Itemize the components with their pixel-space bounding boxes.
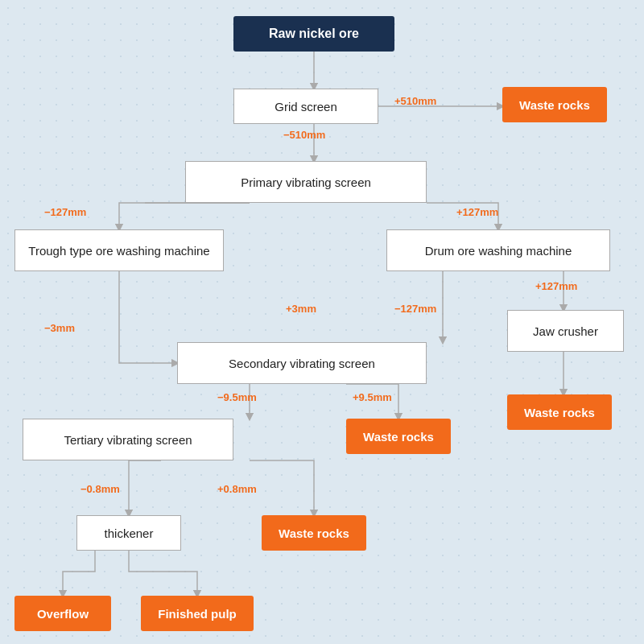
label-minus127-drum: −127mm: [394, 303, 436, 315]
drum-ore-label: Drum ore washing machine: [425, 244, 572, 258]
label-minus127: −127mm: [44, 206, 86, 218]
waste-rocks-3-node: Waste rocks: [507, 394, 612, 430]
waste-rocks-2-label: Waste rocks: [363, 430, 434, 444]
secondary-vibrating-screen-label: Secondary vibrating screen: [229, 357, 375, 370]
waste-rocks-2-node: Waste rocks: [346, 419, 451, 454]
waste-rocks-1-label: Waste rocks: [519, 98, 590, 112]
finished-pulp-label: Finished pulp: [158, 607, 237, 621]
overflow-node: Overflow: [14, 596, 111, 631]
primary-vibrating-screen-label: Primary vibrating screen: [241, 175, 371, 189]
tertiary-vibrating-screen-label: Tertiary vibrating screen: [64, 433, 192, 447]
thickener-label: thickener: [105, 526, 154, 540]
primary-vibrating-screen-node: Primary vibrating screen: [185, 161, 427, 203]
waste-rocks-4-node: Waste rocks: [262, 515, 366, 551]
raw-nickel-ore-node: Raw nickel ore: [233, 16, 394, 52]
grid-screen-label: Grid screen: [275, 100, 337, 114]
jaw-crusher-node: Jaw crusher: [507, 310, 624, 352]
label-minus3: −3mm: [44, 322, 75, 334]
waste-rocks-3-label: Waste rocks: [524, 406, 595, 419]
label-plus127-jaw: +127mm: [535, 280, 577, 292]
label-minus9-5: −9.5mm: [217, 391, 257, 403]
trough-ore-label: Trough type ore washing machine: [28, 244, 209, 258]
secondary-vibrating-screen-node: Secondary vibrating screen: [177, 342, 427, 384]
trough-ore-node: Trough type ore washing machine: [14, 229, 224, 271]
label-plus0-8: +0.8mm: [217, 483, 257, 495]
raw-nickel-ore-label: Raw nickel ore: [269, 27, 359, 41]
label-plus9-5: +9.5mm: [353, 391, 392, 403]
waste-rocks-1-node: Waste rocks: [502, 87, 607, 122]
label-plus510: +510mm: [394, 95, 436, 107]
label-minus0-8: −0.8mm: [80, 483, 120, 495]
label-minus510: −510mm: [283, 129, 325, 141]
overflow-label: Overflow: [37, 607, 89, 621]
thickener-node: thickener: [76, 515, 181, 551]
jaw-crusher-label: Jaw crusher: [533, 324, 598, 338]
label-plus3: +3mm: [286, 303, 316, 315]
finished-pulp-node: Finished pulp: [141, 596, 254, 631]
grid-screen-node: Grid screen: [233, 89, 378, 124]
waste-rocks-4-label: Waste rocks: [279, 526, 349, 540]
label-plus127-drum: +127mm: [456, 206, 498, 218]
tertiary-vibrating-screen-node: Tertiary vibrating screen: [23, 419, 233, 460]
drum-ore-node: Drum ore washing machine: [386, 229, 610, 271]
